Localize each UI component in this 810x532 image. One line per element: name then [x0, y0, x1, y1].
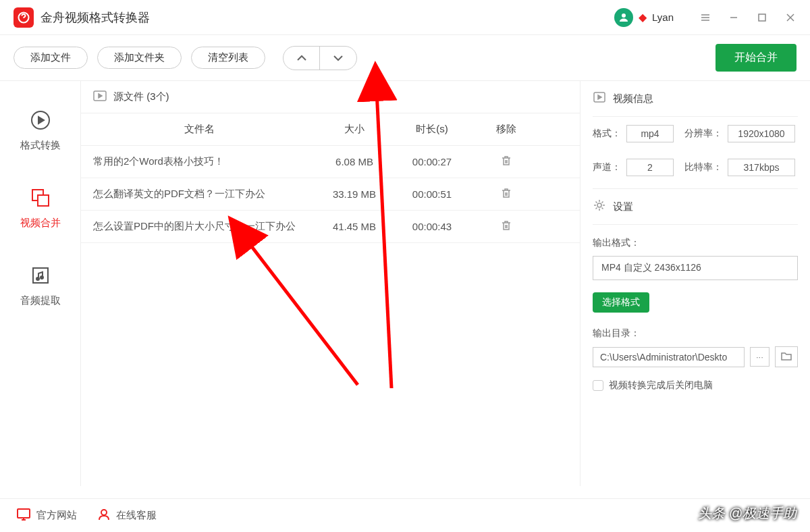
footer: 官方网站 在线客服	[0, 498, 810, 532]
col-header-name: 文件名	[81, 123, 317, 136]
more-dir-button[interactable]: ···	[750, 347, 770, 367]
table-row[interactable]: 怎么设置PDF中的图片大小尺寸？一江下办公 41.45 MB 00:00:43	[81, 211, 580, 243]
table-row[interactable]: 怎么翻译英文的PDF文档？一江下办公 33.19 MB 00:00:51	[81, 178, 580, 211]
website-label: 官方网站	[36, 509, 77, 522]
svg-rect-13	[33, 268, 48, 283]
avatar[interactable]	[614, 8, 633, 27]
start-merge-button[interactable]: 开始合并	[716, 44, 796, 72]
delete-icon[interactable]	[500, 222, 512, 234]
audio-icon	[28, 263, 53, 288]
open-folder-button[interactable]	[775, 346, 798, 367]
settings-icon	[593, 198, 606, 215]
cell-size: 6.08 MB	[317, 156, 392, 167]
video-info-title: 视频信息	[613, 92, 653, 105]
sidebar: 格式转换 视频合并 音频提取	[0, 81, 81, 486]
add-file-button[interactable]: 添加文件	[14, 47, 88, 69]
table-head: 文件名 大小 时长(s) 移除	[81, 113, 580, 146]
resolution-label: 分辨率：	[684, 128, 722, 140]
right-panel: 视频信息 格式： mp4 分辨率： 1920x1080 声道： 2 比特率： 3…	[580, 81, 810, 486]
shutdown-checkbox-row[interactable]: 视频转换完成后关闭电脑	[593, 379, 798, 392]
col-header-size: 大小	[317, 123, 392, 136]
move-down-button[interactable]	[320, 47, 356, 70]
sidebar-label-convert: 格式转换	[20, 139, 61, 152]
svg-marker-10	[38, 117, 44, 124]
sidebar-label-audio: 音频提取	[20, 294, 61, 307]
channel-label: 声道：	[593, 161, 621, 174]
vip-icon: ◆	[639, 11, 647, 24]
file-list-title: 源文件 (3个)	[113, 90, 169, 103]
cell-name: 怎么翻译英文的PDF文档？一江下办公	[81, 188, 317, 201]
settings-title: 设置	[613, 201, 633, 213]
bitrate-value: 317kbps	[728, 159, 795, 176]
video-info-icon	[593, 90, 606, 107]
watermark: 头条 @极速手助	[698, 504, 796, 523]
user-area: ◆ Lyan	[614, 8, 799, 27]
sidebar-item-video-merge[interactable]: 视频合并	[20, 186, 61, 230]
format-label: 格式：	[593, 128, 621, 140]
svg-marker-17	[99, 94, 102, 98]
source-file-icon	[93, 90, 107, 104]
sidebar-item-format-convert[interactable]: 格式转换	[20, 108, 61, 152]
minimize-button[interactable]	[725, 9, 742, 26]
cell-name: 常用的2个Word表格小技巧！	[81, 155, 317, 168]
svg-point-14	[36, 277, 39, 280]
titlebar: 金舟视频格式转换器 ◆ Lyan	[0, 0, 810, 35]
shutdown-checkbox[interactable]	[593, 380, 603, 391]
cell-duration: 00:00:43	[392, 221, 473, 232]
output-format-label: 输出格式：	[593, 237, 798, 249]
maximize-button[interactable]	[753, 9, 771, 26]
main: 格式转换 视频合并 音频提取 源文件 (3个) 文件名 大小 时长(s)	[0, 81, 810, 486]
svg-point-20	[597, 203, 601, 207]
service-label: 在线客服	[116, 509, 157, 522]
settings-header: 设置	[593, 189, 798, 225]
website-icon	[16, 508, 31, 523]
output-dir-input[interactable]: C:\Users\Administrator\Deskto	[593, 347, 745, 367]
cell-duration: 00:00:51	[392, 188, 473, 200]
svg-point-15	[40, 276, 43, 279]
output-format-value[interactable]: MP4 自定义 2436x1126	[593, 256, 798, 280]
svg-point-1	[622, 14, 626, 18]
online-service-link[interactable]: 在线客服	[97, 508, 157, 523]
shutdown-label: 视频转换完成后关闭电脑	[609, 379, 713, 392]
file-list-panel: 源文件 (3个) 文件名 大小 时长(s) 移除 常用的2个Word表格小技巧！…	[81, 81, 580, 486]
close-button[interactable]	[782, 9, 799, 26]
delete-icon[interactable]	[500, 157, 512, 169]
svg-point-24	[101, 510, 107, 515]
clear-list-button[interactable]: 清空列表	[191, 47, 265, 69]
output-dir-label: 输出目录：	[593, 327, 798, 340]
table-row[interactable]: 常用的2个Word表格小技巧！ 6.08 MB 00:00:27	[81, 146, 580, 178]
channel-value: 2	[626, 159, 674, 176]
cell-size: 33.19 MB	[317, 188, 392, 200]
col-header-delete: 移除	[473, 123, 540, 136]
move-up-button[interactable]	[284, 47, 320, 70]
delete-icon[interactable]	[500, 190, 512, 201]
cell-name: 怎么设置PDF中的图片大小尺寸？一江下办公	[81, 220, 317, 233]
col-header-duration: 时长(s)	[392, 123, 473, 136]
reorder-group	[283, 46, 357, 70]
username: Lyan	[652, 11, 674, 23]
svg-rect-6	[759, 14, 765, 21]
merge-icon	[28, 186, 53, 210]
service-icon	[97, 508, 111, 523]
cell-size: 41.45 MB	[317, 221, 392, 232]
choose-format-button[interactable]: 选择格式	[593, 292, 649, 313]
sidebar-item-audio-extract[interactable]: 音频提取	[20, 263, 61, 307]
sidebar-label-merge: 视频合并	[20, 217, 61, 230]
convert-icon	[28, 108, 53, 132]
resolution-value: 1920x1080	[728, 125, 795, 142]
add-folder-button[interactable]: 添加文件夹	[97, 47, 182, 69]
bitrate-label: 比特率：	[684, 161, 722, 174]
toolbar: 添加文件 添加文件夹 清空列表 开始合并	[0, 35, 810, 81]
cell-duration: 00:00:27	[392, 156, 473, 167]
svg-rect-12	[38, 195, 49, 206]
file-list-header: 源文件 (3个)	[81, 81, 580, 113]
official-website-link[interactable]: 官方网站	[16, 508, 77, 523]
menu-icon[interactable]	[697, 9, 714, 26]
format-value: mp4	[626, 125, 674, 142]
app-title: 金舟视频格式转换器	[40, 9, 614, 26]
app-logo	[14, 7, 34, 28]
svg-marker-19	[598, 95, 601, 99]
svg-rect-21	[18, 509, 30, 518]
video-info-header: 视频信息	[593, 81, 798, 117]
